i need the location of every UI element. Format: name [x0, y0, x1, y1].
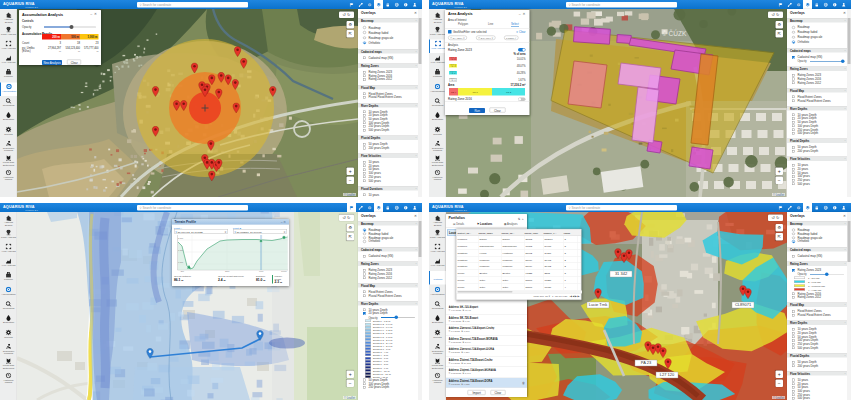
svg-text:1.5m: 1.5m [178, 249, 183, 251]
svg-text:2.5m: 2.5m [178, 237, 183, 239]
svg-text:CL89071: CL89071 [735, 302, 752, 307]
svg-text:60m: 60m [259, 270, 264, 272]
svg-text:31 342: 31 342 [615, 271, 628, 276]
svg-text:-2m: -2m [180, 270, 184, 272]
svg-text:Lucie Trnk: Lucie Trnk [589, 302, 607, 307]
svg-text:0.5m: 0.5m [178, 261, 183, 263]
svg-text:PA 23: PA 23 [641, 360, 652, 365]
svg-text:L27 120: L27 120 [660, 372, 675, 377]
svg-text:100m: 100m [281, 270, 287, 272]
svg-text:25m: 25m [225, 270, 230, 272]
svg-text:© ČÚZK: © ČÚZK [662, 29, 687, 37]
